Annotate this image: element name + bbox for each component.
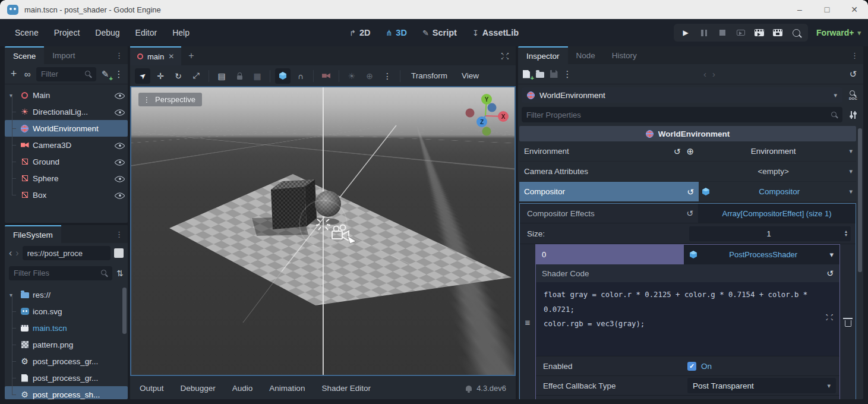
resource-options-icon[interactable]: ⋮ [563, 69, 572, 80]
environment-value-dropdown[interactable]: Environment ▾ [699, 141, 856, 161]
file-row-main-tscn[interactable]: main.tscn [5, 320, 128, 336]
path-field[interactable]: res://post_proce [23, 246, 111, 260]
revert-icon[interactable]: ↺ [674, 147, 681, 156]
property-filter-input[interactable]: Filter Properties [522, 107, 842, 122]
scene-tree-menu-icon[interactable]: ⋮ [114, 69, 124, 80]
file-filter-input[interactable]: Filter Files [9, 266, 112, 280]
rotate-tool-button[interactable]: ↻ [171, 68, 186, 84]
nav-forward-icon[interactable]: › [15, 248, 18, 258]
close-tab-icon[interactable]: ✕ [168, 52, 174, 61]
scene-node-directionallight[interactable]: ☀ DirectionalLig... [5, 103, 128, 120]
file-row-pattern-png[interactable]: pattern.png [5, 336, 128, 353]
property-tools-icon[interactable] [847, 111, 860, 119]
expand-arrow-icon[interactable]: ▾ [10, 92, 17, 99]
scene-node-camera3d[interactable]: Camera3D [5, 137, 128, 153]
lock-button[interactable] [232, 68, 247, 84]
play-scene-button[interactable] [755, 28, 764, 37]
load-resource-button[interactable] [535, 71, 545, 78]
move-tool-button[interactable]: ✛ [153, 68, 168, 84]
menu-debug[interactable]: Debug [87, 28, 127, 37]
expand-code-icon[interactable]: ↖↗↙↘ [825, 313, 834, 321]
scene-node-main[interactable]: ▾ Main [5, 87, 128, 103]
inspector-menu-icon[interactable]: ⋮ [846, 46, 863, 64]
workspace-2d-button[interactable]: ↱2D [349, 28, 370, 37]
notification-bell-icon[interactable] [466, 386, 472, 391]
menu-editor[interactable]: Editor [128, 28, 165, 37]
workspace-assetlib-button[interactable]: ↧AssetLib [472, 28, 519, 37]
menu-help[interactable]: Help [165, 28, 197, 37]
file-row-post-process-shader[interactable]: ⚙ post_process_sh... [5, 386, 128, 399]
reorder-handle[interactable]: ≡ [520, 244, 535, 399]
filesystem-scrollbar[interactable] [122, 288, 127, 334]
add-node-button[interactable]: + [9, 68, 18, 80]
bottom-tab-debugger[interactable]: Debugger [181, 384, 216, 393]
transform-menu[interactable]: Transform [405, 71, 453, 80]
view-menu[interactable]: View [456, 71, 485, 80]
bottom-tab-audio[interactable]: Audio [232, 384, 253, 393]
revert-icon[interactable]: ↺ [686, 209, 693, 218]
scene-filter-input[interactable]: Filter [36, 67, 96, 81]
tab-node[interactable]: Node [568, 46, 604, 64]
view-axes-gizmo[interactable]: Y X Z [466, 94, 509, 136]
close-button[interactable]: ✕ [841, 0, 868, 19]
element-resource-dropdown[interactable]: PostProcessShader ▾ [684, 245, 839, 264]
edited-object-select[interactable]: WorldEnvironment ▾ [522, 87, 842, 103]
workspace-script-button[interactable]: ✎Script [422, 28, 457, 37]
snap-toggle[interactable]: ∩ [293, 68, 308, 84]
scene-node-ground[interactable]: Ground [5, 153, 128, 170]
bottom-tab-shader-editor[interactable]: Shader Editor [321, 384, 371, 393]
scene-dock-menu-icon[interactable]: ⋮ [111, 46, 128, 64]
perspective-menu[interactable]: ⋮ Perspective [138, 93, 202, 106]
scene-tab-main[interactable]: main ✕ [130, 46, 181, 65]
callback-type-dropdown[interactable]: Post Transparent ▾ [687, 378, 836, 393]
select-tool-button[interactable]: ➤ [135, 68, 150, 84]
viewport-3d[interactable]: Y X Z ⋮ Perspective [130, 86, 516, 376]
visibility-eye-icon[interactable] [115, 141, 124, 149]
tab-scene[interactable]: Scene [5, 46, 44, 64]
sun-preview-button[interactable]: ☀ [344, 68, 359, 84]
group-button[interactable]: ▦ [250, 68, 265, 84]
shader-code-editor[interactable]: float gray = color.r * 0.2125 + color.g … [536, 282, 839, 356]
camera-preview-toggle[interactable] [318, 68, 334, 84]
stop-button[interactable] [718, 28, 727, 37]
bottom-tab-output[interactable]: Output [140, 384, 164, 393]
attach-script-button[interactable]: ✎+ [100, 69, 110, 80]
new-resource-button[interactable]: + [522, 70, 531, 78]
save-resource-button[interactable] [549, 70, 558, 78]
visibility-eye-icon[interactable] [115, 108, 124, 116]
filesystem-menu-icon[interactable]: ⋮ [111, 225, 128, 243]
viewport-options-icon[interactable]: ⋮ [380, 68, 395, 84]
play-button[interactable]: ▶ [681, 28, 690, 37]
file-row-post-process-1[interactable]: ⚙ post_process_gr... [5, 353, 128, 370]
camera-attributes-dropdown[interactable]: <empty> ▾ [699, 162, 856, 181]
tab-import[interactable]: Import [44, 46, 83, 64]
scene-node-sphere[interactable]: Sphere [5, 170, 128, 187]
array-value-button[interactable]: Array[CompositorEffect] (size 1) [698, 204, 856, 223]
nav-back-icon[interactable]: ‹ [9, 248, 12, 258]
enabled-checkbox[interactable]: ✓ [687, 362, 696, 371]
maximize-button[interactable]: □ [813, 0, 841, 19]
instance-scene-button[interactable]: ∞ [23, 69, 32, 79]
tab-history[interactable]: History [604, 46, 645, 64]
visibility-eye-icon[interactable] [115, 91, 124, 99]
visibility-eye-icon[interactable] [115, 175, 124, 182]
pause-button[interactable] [699, 28, 709, 37]
object-history-icon[interactable]: ↺ [847, 69, 860, 80]
movie-maker-button[interactable] [791, 28, 801, 37]
tab-inspector[interactable]: Inspector [518, 46, 568, 64]
new-scene-tab-button[interactable]: + [181, 46, 201, 65]
scale-tool-button[interactable]: ⤢ [188, 68, 204, 84]
file-row-post-process-2[interactable]: post_process_gr... [5, 370, 128, 386]
delete-element-button[interactable] [840, 244, 856, 399]
inspector-scrollbar[interactable] [858, 128, 862, 272]
local-space-toggle[interactable] [275, 68, 291, 84]
spinner-arrows-icon[interactable]: ▴▾ [845, 230, 847, 237]
minimize-button[interactable]: – [786, 0, 813, 19]
scene-node-box[interactable]: Box [5, 187, 128, 203]
bottom-tab-animation[interactable]: Animation [269, 384, 305, 393]
array-size-spinner[interactable]: 1 ▴▾ [689, 226, 851, 241]
open-docs-icon[interactable]: DOC [847, 90, 860, 100]
play-custom-scene-button[interactable] [773, 28, 782, 37]
history-forward-icon[interactable]: › [712, 69, 715, 79]
scene-node-worldenvironment[interactable]: WorldEnvironment [5, 120, 128, 137]
